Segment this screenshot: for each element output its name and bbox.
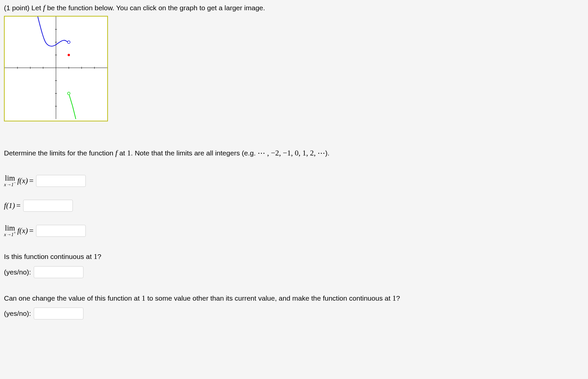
- function-value-point: [68, 54, 70, 56]
- q1-limit: lim x→1−: [4, 174, 16, 187]
- q3-limit: lim x→1+: [4, 224, 16, 237]
- instruction-text: Determine the limits for the function f …: [4, 148, 584, 158]
- problem-container: (1 point) Let f be the function below. Y…: [0, 0, 588, 379]
- q5-input[interactable]: [34, 308, 83, 319]
- q5-question: Can one change the value of this functio…: [4, 291, 584, 305]
- q3-equals: =: [29, 227, 33, 235]
- intro-prefix: (1 point) Let: [4, 4, 41, 12]
- q5-question-mid: to some value other than its current val…: [145, 294, 392, 302]
- q5-answer-line: (yes/no):: [4, 308, 584, 319]
- q2-fx: f(1): [4, 201, 15, 210]
- q4-block: Is this function continuous at 1? (yes/n…: [4, 250, 584, 278]
- q1-row: lim x→1− f(x) =: [4, 174, 584, 187]
- intro-suffix: be the function below. You can click on …: [47, 4, 265, 12]
- right-branch-open-endpoint: [68, 92, 70, 95]
- q2-input[interactable]: [23, 200, 73, 212]
- q4-input[interactable]: [34, 266, 83, 278]
- q5-question-post: ?: [396, 294, 400, 302]
- q5-block: Can one change the value of this functio…: [4, 291, 584, 319]
- q4-question-pre: Is this function continuous at: [4, 253, 94, 260]
- q3-approach: x→1+: [4, 231, 16, 237]
- q4-answer-line: (yes/no):: [4, 266, 584, 278]
- q4-question: Is this function continuous at 1?: [4, 250, 584, 263]
- q3-input[interactable]: [36, 225, 86, 237]
- q1-fx: f(x): [17, 177, 28, 185]
- q2-row: f(1) =: [4, 200, 584, 212]
- left-branch-open-endpoint: [68, 41, 70, 44]
- intro-f-symbol: f: [43, 4, 45, 12]
- q1-equals: =: [29, 177, 33, 185]
- q4-label: (yes/no):: [4, 268, 31, 276]
- q2-equals: =: [16, 201, 21, 210]
- q3-row: lim x→1+ f(x) =: [4, 224, 584, 237]
- instruction-point: 1: [127, 149, 131, 157]
- intro-text: (1 point) Let f be the function below. Y…: [4, 3, 584, 13]
- q5-label: (yes/no):: [4, 310, 31, 317]
- function-graph[interactable]: [4, 16, 108, 121]
- instruction-mid: at: [118, 149, 127, 157]
- left-branch-curve: [38, 17, 69, 46]
- instruction-post: . Note that the limits are all integers …: [131, 149, 258, 157]
- q4-point: 1: [94, 252, 98, 261]
- instruction-integers: ⋯ , −2, −1, 0, 1, 2, ⋯: [258, 149, 325, 157]
- instruction-close: ).: [325, 149, 329, 157]
- instruction-prefix: Determine the limits for the function: [4, 149, 113, 157]
- right-branch-curve: [69, 95, 76, 119]
- q3-fx: f(x): [17, 227, 28, 235]
- graph-svg: [5, 17, 107, 119]
- q5-question-pre: Can one change the value of this functio…: [4, 294, 142, 302]
- q5-point1: 1: [142, 294, 146, 302]
- q4-question-post: ?: [97, 253, 101, 260]
- q1-input[interactable]: [36, 175, 86, 187]
- q5-point2: 1: [392, 294, 396, 302]
- q1-approach: x→1−: [4, 181, 16, 187]
